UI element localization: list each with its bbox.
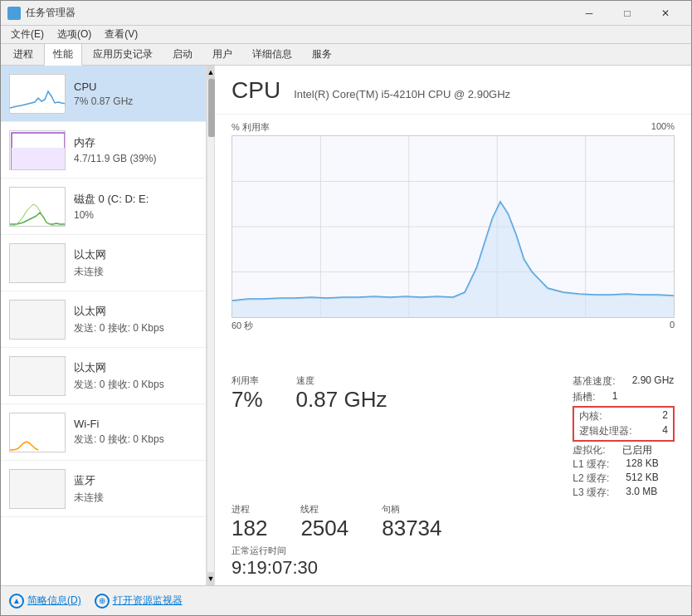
cpu-thumbnail: [9, 74, 66, 114]
bluetooth-name: 蓝牙: [74, 473, 197, 488]
monitor-button[interactable]: ⊕ 打开资源监视器: [95, 594, 183, 609]
processes-label: 进程: [231, 503, 267, 516]
menu-file[interactable]: 文件(E): [4, 26, 51, 43]
svg-rect-5: [12, 148, 65, 169]
stats-row-1: 利用率 7% 速度 0.87 GHz 基准速度: 2.90 GHz 插槽: 1: [215, 369, 691, 500]
sidebar-item-ethernet2[interactable]: 以太网 发送: 0 接收: 0 Kbps: [1, 291, 206, 348]
menu-options[interactable]: 选项(O): [51, 26, 98, 43]
cpu-name: CPU: [74, 81, 197, 93]
stat-processes: 进程 182: [231, 503, 267, 541]
close-button[interactable]: ✕: [646, 1, 685, 26]
sockets-value: 1: [612, 390, 618, 404]
handles-value: 83734: [382, 516, 441, 541]
tab-startup[interactable]: 启动: [163, 43, 202, 65]
info-logical-row: 逻辑处理器: 4: [579, 424, 668, 438]
info-cores-row: 内核: 2: [579, 409, 668, 423]
minimize-button[interactable]: ─: [570, 1, 608, 26]
stat-threads: 线程 2504: [300, 503, 348, 541]
cpu-value: 7% 0.87 GHz: [74, 95, 197, 107]
sidebar-item-disk[interactable]: 磁盘 0 (C: D: E: 10%: [1, 178, 206, 235]
wifi-name: Wi-Fi: [74, 418, 197, 430]
handles-label: 句柄: [382, 503, 441, 516]
l3-value: 3.0 MB: [626, 486, 657, 500]
stat-speed: 速度 0.87 GHz: [296, 374, 387, 500]
detail-chart-area: % 利用率 100%: [215, 115, 691, 369]
sidebar-item-ethernet3[interactable]: 以太网 发送: 0 接收: 0 Kbps: [1, 348, 206, 404]
tab-users[interactable]: 用户: [203, 43, 241, 65]
cores-label: 内核:: [579, 409, 646, 423]
l3-label: L3 缓存:: [573, 486, 609, 500]
summary-icon: ▲: [9, 594, 24, 609]
l1-value: 128 KB: [626, 457, 658, 472]
processes-value: 182: [231, 516, 267, 541]
memory-info: 内存 4.7/11.9 GB (39%): [74, 135, 197, 164]
l1-label: L1 缓存:: [573, 457, 609, 472]
speed-value: 0.87 GHz: [296, 387, 387, 413]
ethernet1-info: 以太网 未连接: [74, 247, 197, 279]
scroll-thumb[interactable]: [208, 79, 215, 137]
tab-bar: 进程 性能 应用历史记录 启动 用户 详细信息 服务: [1, 44, 691, 66]
uptime-section: 正常运行时间 9:19:07:30: [215, 541, 691, 585]
tab-services[interactable]: 服务: [303, 43, 341, 65]
sidebar-item-cpu[interactable]: CPU 7% 0.87 GHz: [1, 66, 206, 122]
menu-bar: 文件(E) 选项(O) 查看(V): [1, 26, 691, 44]
info-l2-row: L2 缓存: 512 KB: [573, 472, 675, 486]
bottom-bar: ▲ 简略信息(D) ⊕ 打开资源监视器: [1, 585, 691, 615]
logical-value: 4: [662, 424, 668, 438]
ethernet2-thumbnail: [9, 300, 66, 340]
l2-value: 512 KB: [626, 472, 658, 486]
chart-time-right: 0: [670, 320, 675, 332]
threads-label: 线程: [300, 503, 348, 516]
detail-title-row: CPU Intel(R) Core(TM) i5-4210H CPU @ 2.9…: [231, 77, 675, 104]
detail-subtitle: Intel(R) Core(TM) i5-4210H CPU @ 2.90GHz: [294, 88, 510, 100]
tab-apphistory[interactable]: 应用历史记录: [84, 43, 162, 65]
bluetooth-thumbnail: [9, 469, 66, 509]
sockets-label: 插槽:: [573, 390, 595, 404]
ethernet1-value: 未连接: [74, 265, 197, 279]
scroll-track: [207, 79, 214, 572]
sidebar: CPU 7% 0.87 GHz 内存 4.7/11.9 GB (39%): [1, 66, 207, 585]
sidebar-item-wifi[interactable]: Wi-Fi 发送: 0 接收: 0 Kbps: [1, 404, 206, 461]
base-speed-value: 2.90 GHz: [632, 374, 675, 389]
ethernet2-value: 发送: 0 接收: 0 Kbps: [74, 321, 197, 335]
logical-label: 逻辑处理器:: [579, 424, 646, 438]
summary-label[interactable]: 简略信息(D): [27, 594, 81, 608]
threads-value: 2504: [300, 516, 348, 541]
scroll-down-button[interactable]: ▼: [207, 572, 214, 585]
app-icon: [7, 7, 21, 20]
sidebar-scrollbar[interactable]: ▲ ▼: [207, 66, 215, 585]
ethernet1-name: 以太网: [74, 247, 197, 262]
virtualization-label: 虚拟化:: [573, 443, 605, 457]
monitor-label[interactable]: 打开资源监视器: [113, 594, 183, 608]
info-l1-row: L1 缓存: 128 KB: [573, 457, 675, 472]
tab-details[interactable]: 详细信息: [243, 43, 301, 65]
chart-labels: % 利用率 100%: [231, 121, 675, 134]
tab-process[interactable]: 进程: [4, 43, 42, 65]
maximize-button[interactable]: □: [608, 1, 646, 26]
chart-time-labels: 60 秒 0: [231, 320, 675, 332]
wifi-value: 发送: 0 接收: 0 Kbps: [74, 433, 197, 447]
uptime-value: 9:19:07:30: [231, 557, 675, 579]
scroll-up-button[interactable]: ▲: [207, 66, 214, 79]
wifi-thumbnail: [9, 413, 66, 452]
sidebar-item-memory[interactable]: 内存 4.7/11.9 GB (39%): [1, 122, 206, 178]
chart-y-label-right: 100%: [651, 121, 675, 134]
ethernet1-thumbnail: [9, 243, 66, 283]
disk-name: 磁盘 0 (C: D: E:: [74, 192, 197, 207]
svg-rect-3: [15, 14, 19, 18]
sidebar-item-ethernet1[interactable]: 以太网 未连接: [1, 235, 206, 291]
detail-header: CPU Intel(R) Core(TM) i5-4210H CPU @ 2.9…: [215, 66, 691, 115]
stats-row-2: 进程 182 线程 2504 句柄 83734: [215, 500, 691, 541]
title-bar: 任务管理器 ─ □ ✕: [1, 1, 691, 26]
sidebar-item-bluetooth[interactable]: 蓝牙 未连接: [1, 461, 206, 517]
uptime-label: 正常运行时间: [231, 545, 675, 557]
menu-view[interactable]: 查看(V): [98, 26, 144, 43]
info-l3-row: L3 缓存: 3.0 MB: [573, 486, 675, 500]
memory-value: 4.7/11.9 GB (39%): [74, 153, 197, 164]
usage-value: 7%: [231, 387, 263, 413]
tab-performance[interactable]: 性能: [44, 43, 82, 66]
bluetooth-info: 蓝牙 未连接: [74, 473, 197, 505]
memory-thumbnail: [9, 130, 66, 170]
cpu-chart: [231, 135, 675, 318]
summary-button[interactable]: ▲ 简略信息(D): [9, 594, 81, 609]
